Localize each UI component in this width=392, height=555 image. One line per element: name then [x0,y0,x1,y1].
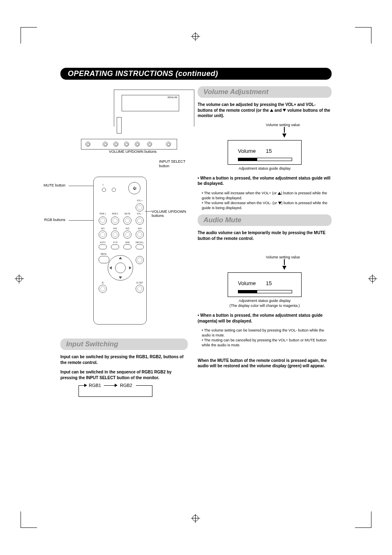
status-display-value: 15 [266,148,272,154]
mute-indicator-diagram: Volume setting value [228,255,302,270]
remote-btn-label: VOL – [135,212,145,215]
register-mark-bottom [191,514,200,523]
arrow-down-icon [282,134,286,138]
remote-btn-label: VOL + [135,199,145,202]
flow-rgb1: RGB1 [88,383,102,388]
pointer-label: Volume setting value [228,123,302,127]
callout-volume-buttons: VOLUME UP/DOWN buttons [109,150,157,154]
sub-item: • The volume will decrease when the VOL-… [202,200,332,210]
remote-power-button: ⏻ [128,182,141,194]
remote-pip [111,244,119,249]
remote-mute [123,216,131,225]
remote-btn-label: MUTE [122,212,132,215]
callout-line [69,220,93,221]
panel-knob [166,142,171,147]
input-flow-diagram: RGB1 RGB2 [78,385,188,402]
remote-led [102,188,106,192]
text-fragment: • The volume will increase when the VOL+… [202,191,278,195]
panel-knob [135,142,140,147]
register-mark-right [368,274,377,283]
volume-adjustment-intro: The volume can be adjusted by pressing t… [198,102,332,119]
remote-btn-label: AV4 [136,227,144,230]
monitor-control-panel [81,139,177,150]
remote-btn-label: P.I.P. [111,241,120,244]
remote-id-no [99,285,107,293]
input-switching-p1: Input can be switched by pressing the RG… [60,354,188,365]
remote-size [123,244,131,249]
pointer-label: Volume setting value [228,255,302,259]
cropmark-tl [21,27,37,44]
remote-btn-label: AV2 [111,227,119,230]
page-content: OPERATING INSTRUCTIONS (continued) HITAC… [60,68,332,402]
remote-rgb2 [111,216,119,225]
remote-body: ⏻ I VOL + RGB 1 RGB 2 MUTE VOL – [93,177,147,325]
remote-btn-label: AV3 [123,227,131,230]
right-column: Volume Adjustment The volume can be adju… [198,86,332,402]
mute-caption-1: Adjustment status guide display [198,299,332,303]
progress-track [238,158,292,161]
monitor-logo: HITACHI [122,95,179,99]
page-title: OPERATING INSTRUCTIONS (continued) [60,68,332,80]
progress-fill [238,290,257,293]
arrow-right-icon [115,384,118,387]
monitor-stand [117,117,122,134]
remote-vol-minus [136,216,144,225]
status-display-label: Volume [238,148,256,154]
sub-item: • The muting can be cancelled by pressin… [202,338,332,348]
panel-knob [147,142,152,147]
remote-led-label: I [103,184,104,186]
status-display-mute: Volume 15 [228,272,302,297]
remote-av1 [99,230,107,239]
remote-rgb1 [99,216,107,225]
remote-btn-label: AUTO [98,241,108,244]
section-volume-adjustment: Volume Adjustment [198,86,332,98]
audio-mute-intro: The audio volume can be temporarily mute… [198,230,332,241]
remote-led [112,188,116,192]
monitor-diagram-area: HITACHI VOLUME UP/DOWN buttons [81,90,188,168]
callout-input-select: INPUT SELECT button [159,159,188,168]
arrow-right-icon [84,384,87,387]
callout-line [69,186,93,186]
mute-caption-2: (The display color will change to magent… [198,304,332,308]
sub-item: • The volume setting can be lowered by p… [202,328,332,338]
monitor-unit: HITACHI [114,90,194,127]
remote-diagram: MUTE button RGB buttons VOLUME UP/DOWN b… [60,177,188,333]
remote-btn-label: AV1 [99,227,107,230]
remote-recall [136,244,144,249]
progress-track [238,290,292,293]
arrow-down-icon [282,266,286,270]
remote-av2 [111,230,119,239]
cropmark-br [355,511,371,528]
section-audio-mute: Audio Mute [198,214,332,226]
triangle-up-icon [270,109,273,112]
progress-fill [238,158,257,161]
remote-vol-plus [136,203,144,212]
remote-btn-label: SIZE [122,241,132,244]
status-display-value: 15 [266,280,272,286]
flow-rgb2: RGB2 [119,383,134,388]
panel-knob [85,142,90,147]
text-fragment: and [273,108,283,113]
remote-label-volume: VOLUME UP/DOWN buttons [152,210,188,218]
remote-av4 [136,230,144,239]
remote-return [136,256,144,264]
monitor-screen: HITACHI [122,95,179,111]
remote-id-set [136,285,144,293]
remote-label-rgb: RGB buttons [41,218,65,222]
status-display-caption: Adjustment status guide display [198,166,332,170]
section-input-switching: Input Switching [60,339,188,350]
volume-sublist: • The volume will increase when the VOL+… [202,191,332,211]
text-fragment: • The volume will decrease when the VOL-… [202,201,278,205]
mute-closing: When the MUTE button of the remote contr… [198,358,332,369]
remote-btn-label: RECALL [134,241,145,244]
remote-label-mute: MUTE button [41,183,65,187]
remote-auto [99,244,107,249]
mute-sublist: • The volume setting can be lowered by p… [202,328,332,348]
register-mark-top [191,32,200,41]
panel-knob [103,142,108,147]
cropmark-tr [355,27,371,44]
sub-item: • The volume will increase when the VOL+… [202,191,332,200]
remote-btn-label: ID SET [134,281,145,284]
triangle-up-icon [278,192,281,195]
remote-dpad [108,255,133,281]
